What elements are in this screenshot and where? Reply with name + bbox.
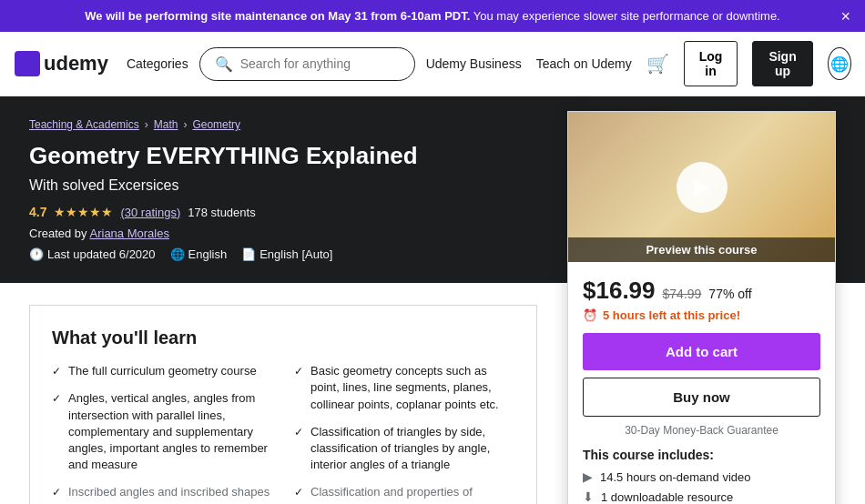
breadcrumb-math[interactable]: Math bbox=[154, 118, 178, 131]
categories-button[interactable]: Categories bbox=[127, 56, 188, 71]
includes-list: ▶ 14.5 hours on-demand video ⬇ 1 downloa… bbox=[583, 469, 820, 504]
buy-now-button[interactable]: Buy now bbox=[583, 378, 820, 417]
udemy-business-link[interactable]: Udemy Business bbox=[426, 56, 522, 71]
breadcrumb-sep-1: › bbox=[145, 118, 148, 131]
captions-meta: 📄 English [Auto] bbox=[241, 247, 332, 261]
rating-number: 4.7 bbox=[29, 205, 46, 219]
timer-icon: ⏰ bbox=[583, 308, 597, 322]
logo-icon bbox=[15, 51, 40, 76]
course-card: ▶ Preview this course $16.99 $74.99 77% … bbox=[567, 111, 836, 504]
navbar: udemy Categories 🔍 Udemy Business Teach … bbox=[0, 32, 865, 96]
card-body: $16.99 $74.99 77% off ⏰ 5 hours left at … bbox=[568, 262, 835, 504]
check-icon-2: ✓ bbox=[52, 392, 61, 405]
nav-links: Udemy Business Teach on Udemy 🛒 Log in S… bbox=[426, 41, 851, 86]
timer-row: ⏰ 5 hours left at this price! bbox=[583, 308, 820, 322]
learn-item-6: ✓ Classification and properties of polyg… bbox=[294, 484, 514, 504]
learn-text-3: Inscribed angles and inscribed shapes bbox=[68, 484, 270, 500]
globe-meta-icon: 🌐 bbox=[170, 247, 185, 261]
cart-icon[interactable]: 🛒 bbox=[646, 53, 669, 75]
learn-text-6: Classification and properties of polygon… bbox=[310, 484, 514, 504]
students-count: 178 students bbox=[188, 206, 255, 219]
price-original: $74.99 bbox=[663, 287, 702, 301]
meta-row: 🕐 Last updated 6/2020 🌐 English 📄 Englis… bbox=[29, 247, 526, 261]
language-meta: 🌐 English bbox=[170, 247, 228, 261]
announcement-banner: We will be performing site maintenance o… bbox=[0, 0, 865, 32]
search-icon: 🔍 bbox=[215, 55, 233, 73]
banner-close-button[interactable]: × bbox=[840, 8, 850, 25]
last-updated-text: Last updated 6/2020 bbox=[47, 247, 156, 261]
language-text: English bbox=[188, 247, 228, 261]
download-icon: ⬇ bbox=[583, 489, 594, 504]
includes-title: This course includes: bbox=[583, 448, 820, 462]
preview-label: Preview this course bbox=[568, 237, 835, 262]
course-title: Geometry EVERYTHING Explained bbox=[29, 142, 526, 170]
learn-text-1: The full curriculum geometry course bbox=[68, 363, 257, 379]
learn-title: What you'll learn bbox=[52, 328, 514, 348]
breadcrumb-sep-2: › bbox=[183, 118, 187, 131]
created-by-label: Created by bbox=[29, 227, 87, 240]
learn-item-1: ✓ The full curriculum geometry course bbox=[52, 363, 272, 379]
created-by: Created by Ariana Morales bbox=[29, 227, 526, 240]
includes-item-download: ⬇ 1 downloadable resource bbox=[583, 489, 820, 504]
banner-text: We will be performing site maintenance o… bbox=[85, 9, 779, 23]
learn-text-2: Angles, vertical angles, angles from int… bbox=[68, 390, 272, 473]
includes-video-text: 14.5 hours on-demand video bbox=[600, 470, 751, 484]
captions-icon: 📄 bbox=[241, 247, 256, 261]
banner-text-normal: You may experience slower site performan… bbox=[473, 9, 780, 23]
learn-text-5: Classification of triangles by side, cla… bbox=[310, 424, 514, 474]
rating-stars: ★★★★★ bbox=[54, 205, 113, 219]
learn-text-4: Basic geometry concepts such as point, l… bbox=[310, 363, 514, 413]
price-discount: 77% off bbox=[708, 287, 751, 301]
check-icon-1: ✓ bbox=[52, 365, 61, 378]
captions-text: English [Auto] bbox=[260, 247, 332, 261]
learn-grid: ✓ The full curriculum geometry course ✓ … bbox=[52, 363, 514, 504]
check-icon-3: ✓ bbox=[52, 486, 61, 499]
learn-box: What you'll learn ✓ The full curriculum … bbox=[29, 305, 537, 504]
add-to-cart-button[interactable]: Add to cart bbox=[583, 333, 820, 370]
author-link[interactable]: Ariana Morales bbox=[90, 227, 169, 240]
play-button[interactable]: ▶ bbox=[677, 162, 728, 213]
rating-row: 4.7 ★★★★★ (30 ratings) 178 students bbox=[29, 205, 526, 219]
breadcrumb: Teaching & Academics › Math › Geometry bbox=[29, 118, 526, 131]
includes-download-text: 1 downloadable resource bbox=[601, 490, 733, 504]
check-icon-5: ✓ bbox=[294, 426, 303, 438]
teach-on-udemy-link[interactable]: Teach on Udemy bbox=[536, 56, 632, 71]
hero-section: Teaching & Academics › Math › Geometry G… bbox=[0, 96, 865, 283]
language-button[interactable]: 🌐 bbox=[828, 47, 851, 80]
course-preview-image[interactable]: ▶ Preview this course bbox=[568, 112, 835, 262]
includes-item-video: ▶ 14.5 hours on-demand video bbox=[583, 469, 820, 484]
search-bar: 🔍 bbox=[199, 47, 415, 81]
logo-text: udemy bbox=[44, 52, 108, 76]
rating-count-link[interactable]: (30 ratings) bbox=[120, 206, 180, 219]
check-icon-6: ✓ bbox=[294, 486, 303, 499]
timer-text: 5 hours left at this price! bbox=[603, 308, 740, 322]
video-icon: ▶ bbox=[583, 469, 593, 484]
price-current: $16.99 bbox=[583, 277, 656, 305]
signup-button[interactable]: Sign up bbox=[752, 41, 812, 86]
learn-item-3: ✓ Inscribed angles and inscribed shapes bbox=[52, 484, 272, 500]
breadcrumb-teaching[interactable]: Teaching & Academics bbox=[29, 118, 139, 131]
check-icon-4: ✓ bbox=[294, 365, 303, 378]
login-button[interactable]: Log in bbox=[684, 41, 738, 86]
price-row: $16.99 $74.99 77% off bbox=[583, 277, 820, 305]
learn-item-4: ✓ Basic geometry concepts such as point,… bbox=[294, 363, 514, 413]
learn-column-right: ✓ Basic geometry concepts such as point,… bbox=[294, 363, 514, 504]
search-input[interactable] bbox=[240, 56, 400, 71]
learn-item-2: ✓ Angles, vertical angles, angles from i… bbox=[52, 390, 272, 473]
last-updated: 🕐 Last updated 6/2020 bbox=[29, 247, 156, 261]
logo[interactable]: udemy bbox=[15, 51, 108, 76]
clock-icon: 🕐 bbox=[29, 247, 44, 261]
learn-item-5: ✓ Classification of triangles by side, c… bbox=[294, 424, 514, 474]
money-back-guarantee: 30-Day Money-Back Guarantee bbox=[583, 424, 820, 437]
banner-text-bold: We will be performing site maintenance o… bbox=[85, 9, 470, 23]
breadcrumb-geometry[interactable]: Geometry bbox=[192, 118, 240, 131]
learn-column-left: ✓ The full curriculum geometry course ✓ … bbox=[52, 363, 272, 504]
course-subtitle: With solved Excersices bbox=[29, 177, 526, 194]
